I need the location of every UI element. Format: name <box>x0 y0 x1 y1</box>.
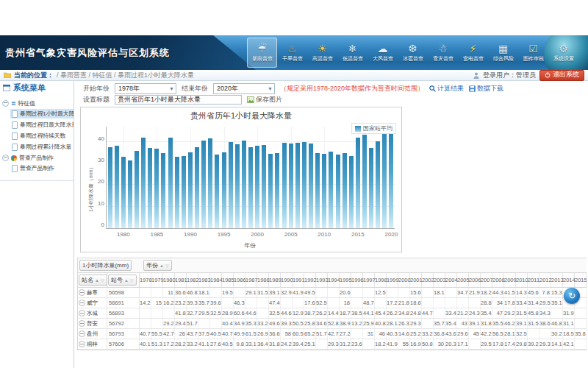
station-name-field-label: 站名 <box>82 276 93 284</box>
sidebar-item-daily-max-precip[interactable]: 暴雨过程日最大降水量 <box>10 120 74 130</box>
header-icon-drought[interactable]: ♨干旱普查 <box>277 38 307 68</box>
pivot-value-cell: 29.4 <box>175 319 187 328</box>
year-header-1985: 1985 <box>222 273 234 287</box>
header-icon-settings[interactable]: ⚙系统设置 <box>548 38 578 68</box>
year-header-2004: 2004 <box>445 273 457 287</box>
bar-2010 <box>322 154 326 228</box>
filter-icon[interactable]: ▽ <box>165 263 169 268</box>
sidebar: 系统菜单 ≣ 特征值 暴雨过程1小时最大降水量 暴雨过程日最大降水量 <box>0 81 74 368</box>
refresh-floating-button[interactable]: ↻ <box>564 288 580 304</box>
pivot-value-cell: 17.6 <box>304 298 316 308</box>
expand-row-icon[interactable] <box>79 300 85 306</box>
sort-asc-icon[interactable]: ▲ <box>95 278 99 283</box>
filter-icon[interactable]: ▽ <box>101 278 104 283</box>
pivot-value-cell: 25.1 <box>304 339 316 349</box>
header-icon-hail[interactable]: ❆冰雹普查 <box>398 38 428 68</box>
bar-1982 <box>135 151 139 228</box>
pivot-value-cell: 12.9 <box>293 308 304 318</box>
pivot-value-cell: 31.5 <box>257 288 269 297</box>
calc-result-button[interactable]: 计算结果 <box>429 84 464 93</box>
pivot-value-cell: 44.6 <box>281 308 293 318</box>
chart-title-input[interactable] <box>115 95 242 105</box>
end-year-select[interactable]: 2020年 ▼ <box>213 83 275 94</box>
save-disk-icon <box>469 85 476 92</box>
pivot-value-cell: 60.6 <box>234 308 245 318</box>
header-icon-lightning[interactable]: ⚡雷电普查 <box>458 38 488 68</box>
sidebar-item-label: 普查产品制作 <box>20 164 54 172</box>
pivot-body: 赫章565981136.646.818.119.529.131.539.132.… <box>78 288 587 350</box>
pivot-value-cell: 34 <box>492 298 504 308</box>
expand-row-icon[interactable] <box>79 289 85 296</box>
header-icon-low-temp[interactable]: ❄低温普查 <box>337 38 368 68</box>
pivot-value-cell: 20.6 <box>340 288 351 297</box>
pivot-value-cell: 19.5 <box>222 288 234 297</box>
header-icon-composite-risk[interactable]: ▦综合风险 <box>488 38 518 68</box>
bar-2006 <box>295 143 300 228</box>
bar-2015 <box>356 138 360 228</box>
collapse-toggle-icon[interactable] <box>2 100 9 107</box>
header-icon-bar: ☔暴雨普查♨干旱普查☀高温普查❄低温普查☁大风普查❆冰雹普查☃雪灾普查⚡雷电普查… <box>247 38 578 68</box>
station-id: 57606 <box>107 339 140 349</box>
pivot-value-cell: 37.5 <box>198 329 210 339</box>
pivot-value-cell: 29.5 <box>198 308 210 318</box>
measure-field-label: 1小时降水量(mm) <box>82 261 129 269</box>
header-icon-map-review[interactable]: ☑图件审核 <box>518 38 548 68</box>
station-id-field-chip[interactable]: 站号 ▲ ▽ <box>108 275 137 286</box>
chart-legend[interactable]: 国家站平均 <box>351 123 396 134</box>
sidebar-tree: ≣ 特征值 暴雨过程1小时最大降水量 暴雨过程日最大降水量 暴雨过程持续天数 <box>0 96 74 181</box>
pivot-value-cell: 29.3 <box>410 319 422 328</box>
year-header-2003: 2003 <box>434 273 445 287</box>
sidebar-item-product-making[interactable]: 普查产品制作 <box>10 163 74 173</box>
breadcrumb-path[interactable]: / 暴雨普查 / 特征值 / 暴雨过程1小时最大降水量 <box>57 71 194 80</box>
collapse-toggle-icon[interactable] <box>2 155 9 161</box>
data-download-button[interactable]: 数据下载 <box>469 84 503 93</box>
save-image-button[interactable]: 保存图片 <box>247 95 282 105</box>
header-icon-rainstorm[interactable]: ☔暴雨普查 <box>247 38 277 68</box>
sort-asc-icon[interactable]: ▲ <box>124 278 129 283</box>
year-header-2007: 2007 <box>481 273 492 287</box>
sidebar-item-accumulated-precip[interactable]: 暴雨过程累计降水量 <box>10 142 74 152</box>
header-icon-high-temp[interactable]: ☀高温普查 <box>307 38 337 68</box>
pivot-value-cell: 46.3 <box>234 298 245 308</box>
expand-row-icon[interactable] <box>79 330 85 337</box>
sidebar-item-duration-days[interactable]: 暴雨过程持续天数 <box>10 131 74 141</box>
pivot-value-cell: 27.2 <box>340 329 351 339</box>
bar-2007 <box>302 142 306 228</box>
pivot-value-cell: 49.9 <box>234 329 245 339</box>
header-icon-snow[interactable]: ☃雪灾普查 <box>428 38 458 68</box>
year-header-1999: 1999 <box>387 273 398 287</box>
expand-row-icon[interactable] <box>79 341 85 347</box>
pivot-top-row: 1小时降水量(mm) 年份 ▲ ▽ <box>78 258 587 273</box>
year-header-2008: 2008 <box>492 273 504 287</box>
header-icon-label: 暴雨普查 <box>251 55 272 63</box>
pivot-value-cell: 29.2 <box>504 308 516 318</box>
filter-icon[interactable]: ▽ <box>130 278 134 283</box>
sort-asc-icon[interactable]: ▲ <box>159 263 164 268</box>
drought-icon: ♨ <box>287 43 297 54</box>
sidebar-item-hourly-max-precip[interactable]: 暴雨过程1小时最大降水量 <box>10 109 74 118</box>
pivot-value-cell <box>210 288 222 297</box>
expand-row-icon[interactable] <box>79 320 85 327</box>
year-header-1995: 1995 <box>340 273 351 287</box>
pivot-value-cell: 41.9 <box>387 339 398 349</box>
pivot-value-cell: 42.7 <box>328 329 340 339</box>
measure-field-chip[interactable]: 1小时降水量(mm) <box>79 260 132 271</box>
bar-2020 <box>389 132 393 228</box>
year-field-chip[interactable]: 年份 ▲ ▽ <box>143 260 172 271</box>
pivot-value-cell: 31 <box>363 329 375 339</box>
tree-group-feature-values[interactable]: ≣ 特征值 <box>2 99 74 107</box>
pivot-value-cell: 52.8 <box>328 319 340 328</box>
pivot-value-cell: 33.1 <box>245 339 257 349</box>
bar-1979 <box>115 146 119 228</box>
station-name-field-chip[interactable]: 站名 ▲ ▽ <box>79 275 107 286</box>
logout-button[interactable]: 退出系统 <box>539 70 584 81</box>
start-year-select[interactable]: 1978年 ▼ <box>115 83 176 94</box>
pivot-value-cell <box>398 288 410 297</box>
pivot-value-cell: 35.5 <box>492 319 504 328</box>
expand-row-icon[interactable] <box>79 310 85 316</box>
tree-group-label: 特征值 <box>18 99 35 107</box>
year-header-2011: 2011 <box>528 273 539 287</box>
tree-group-product-making[interactable]: 普查产品制作 <box>2 154 74 162</box>
pivot-value-cell: 40.4 <box>222 319 234 328</box>
header-icon-wind[interactable]: ☁大风普查 <box>368 38 398 68</box>
